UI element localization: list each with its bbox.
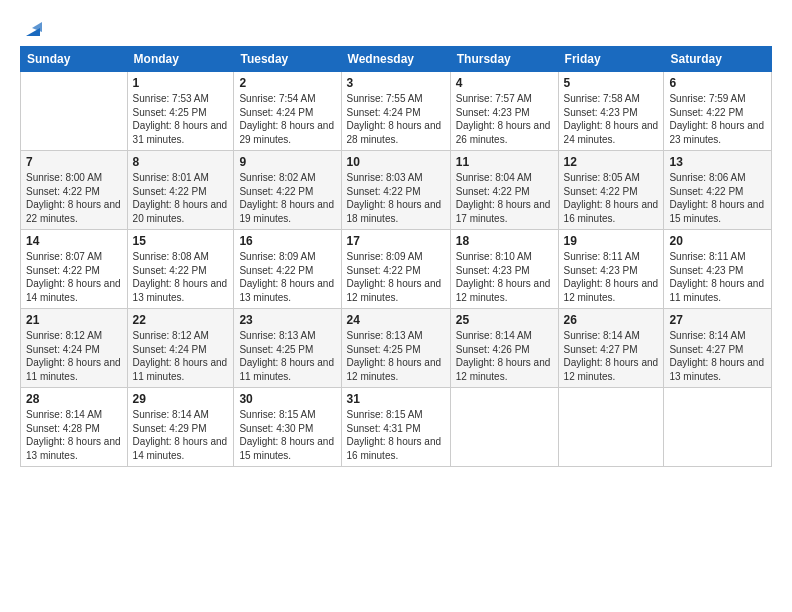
day-info: Sunrise: 8:14 AMSunset: 4:26 PMDaylight:…: [456, 330, 551, 382]
day-number: 29: [133, 392, 229, 406]
day-number: 30: [239, 392, 335, 406]
day-info: Sunrise: 8:09 AMSunset: 4:22 PMDaylight:…: [347, 251, 442, 303]
day-cell: 28Sunrise: 8:14 AMSunset: 4:28 PMDayligh…: [21, 388, 128, 467]
day-info: Sunrise: 8:12 AMSunset: 4:24 PMDaylight:…: [133, 330, 228, 382]
day-info: Sunrise: 8:11 AMSunset: 4:23 PMDaylight:…: [564, 251, 659, 303]
day-number: 31: [347, 392, 445, 406]
day-cell: 26Sunrise: 8:14 AMSunset: 4:27 PMDayligh…: [558, 309, 664, 388]
weekday-thursday: Thursday: [450, 47, 558, 72]
page-header: [20, 18, 772, 40]
day-cell: 15Sunrise: 8:08 AMSunset: 4:22 PMDayligh…: [127, 230, 234, 309]
day-number: 15: [133, 234, 229, 248]
logo-icon: [22, 18, 44, 40]
day-info: Sunrise: 8:06 AMSunset: 4:22 PMDaylight:…: [669, 172, 764, 224]
day-number: 22: [133, 313, 229, 327]
day-info: Sunrise: 7:57 AMSunset: 4:23 PMDaylight:…: [456, 93, 551, 145]
week-row-3: 14Sunrise: 8:07 AMSunset: 4:22 PMDayligh…: [21, 230, 772, 309]
day-cell: 18Sunrise: 8:10 AMSunset: 4:23 PMDayligh…: [450, 230, 558, 309]
day-info: Sunrise: 8:13 AMSunset: 4:25 PMDaylight:…: [239, 330, 334, 382]
day-cell: 4Sunrise: 7:57 AMSunset: 4:23 PMDaylight…: [450, 72, 558, 151]
day-cell: [558, 388, 664, 467]
day-number: 24: [347, 313, 445, 327]
day-number: 14: [26, 234, 122, 248]
day-cell: 3Sunrise: 7:55 AMSunset: 4:24 PMDaylight…: [341, 72, 450, 151]
day-cell: [450, 388, 558, 467]
day-cell: 21Sunrise: 8:12 AMSunset: 4:24 PMDayligh…: [21, 309, 128, 388]
day-cell: 5Sunrise: 7:58 AMSunset: 4:23 PMDaylight…: [558, 72, 664, 151]
day-info: Sunrise: 8:10 AMSunset: 4:23 PMDaylight:…: [456, 251, 551, 303]
day-number: 16: [239, 234, 335, 248]
day-cell: 22Sunrise: 8:12 AMSunset: 4:24 PMDayligh…: [127, 309, 234, 388]
day-cell: 24Sunrise: 8:13 AMSunset: 4:25 PMDayligh…: [341, 309, 450, 388]
week-row-4: 21Sunrise: 8:12 AMSunset: 4:24 PMDayligh…: [21, 309, 772, 388]
day-cell: 20Sunrise: 8:11 AMSunset: 4:23 PMDayligh…: [664, 230, 772, 309]
day-number: 26: [564, 313, 659, 327]
day-number: 19: [564, 234, 659, 248]
day-number: 23: [239, 313, 335, 327]
day-cell: 16Sunrise: 8:09 AMSunset: 4:22 PMDayligh…: [234, 230, 341, 309]
day-cell: 29Sunrise: 8:14 AMSunset: 4:29 PMDayligh…: [127, 388, 234, 467]
day-info: Sunrise: 8:04 AMSunset: 4:22 PMDaylight:…: [456, 172, 551, 224]
day-number: 20: [669, 234, 766, 248]
weekday-friday: Friday: [558, 47, 664, 72]
day-number: 5: [564, 76, 659, 90]
day-info: Sunrise: 7:55 AMSunset: 4:24 PMDaylight:…: [347, 93, 442, 145]
day-number: 18: [456, 234, 553, 248]
weekday-wednesday: Wednesday: [341, 47, 450, 72]
day-cell: 1Sunrise: 7:53 AMSunset: 4:25 PMDaylight…: [127, 72, 234, 151]
day-number: 25: [456, 313, 553, 327]
day-number: 3: [347, 76, 445, 90]
day-info: Sunrise: 8:11 AMSunset: 4:23 PMDaylight:…: [669, 251, 764, 303]
week-row-1: 1Sunrise: 7:53 AMSunset: 4:25 PMDaylight…: [21, 72, 772, 151]
day-info: Sunrise: 8:01 AMSunset: 4:22 PMDaylight:…: [133, 172, 228, 224]
day-cell: 11Sunrise: 8:04 AMSunset: 4:22 PMDayligh…: [450, 151, 558, 230]
day-number: 9: [239, 155, 335, 169]
day-info: Sunrise: 8:00 AMSunset: 4:22 PMDaylight:…: [26, 172, 121, 224]
day-info: Sunrise: 8:12 AMSunset: 4:24 PMDaylight:…: [26, 330, 121, 382]
day-info: Sunrise: 8:14 AMSunset: 4:27 PMDaylight:…: [564, 330, 659, 382]
weekday-tuesday: Tuesday: [234, 47, 341, 72]
day-number: 17: [347, 234, 445, 248]
day-cell: 7Sunrise: 8:00 AMSunset: 4:22 PMDaylight…: [21, 151, 128, 230]
week-row-5: 28Sunrise: 8:14 AMSunset: 4:28 PMDayligh…: [21, 388, 772, 467]
day-info: Sunrise: 8:14 AMSunset: 4:29 PMDaylight:…: [133, 409, 228, 461]
day-cell: 6Sunrise: 7:59 AMSunset: 4:22 PMDaylight…: [664, 72, 772, 151]
day-number: 11: [456, 155, 553, 169]
day-info: Sunrise: 8:14 AMSunset: 4:27 PMDaylight:…: [669, 330, 764, 382]
day-cell: 30Sunrise: 8:15 AMSunset: 4:30 PMDayligh…: [234, 388, 341, 467]
day-number: 8: [133, 155, 229, 169]
calendar-table: SundayMondayTuesdayWednesdayThursdayFrid…: [20, 46, 772, 467]
weekday-header-row: SundayMondayTuesdayWednesdayThursdayFrid…: [21, 47, 772, 72]
day-info: Sunrise: 8:05 AMSunset: 4:22 PMDaylight:…: [564, 172, 659, 224]
day-cell: 19Sunrise: 8:11 AMSunset: 4:23 PMDayligh…: [558, 230, 664, 309]
day-number: 10: [347, 155, 445, 169]
day-info: Sunrise: 8:07 AMSunset: 4:22 PMDaylight:…: [26, 251, 121, 303]
day-number: 2: [239, 76, 335, 90]
day-number: 6: [669, 76, 766, 90]
day-info: Sunrise: 8:03 AMSunset: 4:22 PMDaylight:…: [347, 172, 442, 224]
day-info: Sunrise: 8:02 AMSunset: 4:22 PMDaylight:…: [239, 172, 334, 224]
day-number: 13: [669, 155, 766, 169]
day-cell: 13Sunrise: 8:06 AMSunset: 4:22 PMDayligh…: [664, 151, 772, 230]
day-cell: 27Sunrise: 8:14 AMSunset: 4:27 PMDayligh…: [664, 309, 772, 388]
day-info: Sunrise: 7:54 AMSunset: 4:24 PMDaylight:…: [239, 93, 334, 145]
week-row-2: 7Sunrise: 8:00 AMSunset: 4:22 PMDaylight…: [21, 151, 772, 230]
logo: [20, 18, 44, 40]
day-cell: 10Sunrise: 8:03 AMSunset: 4:22 PMDayligh…: [341, 151, 450, 230]
day-number: 28: [26, 392, 122, 406]
weekday-monday: Monday: [127, 47, 234, 72]
day-cell: 17Sunrise: 8:09 AMSunset: 4:22 PMDayligh…: [341, 230, 450, 309]
day-number: 1: [133, 76, 229, 90]
day-cell: 9Sunrise: 8:02 AMSunset: 4:22 PMDaylight…: [234, 151, 341, 230]
day-cell: 23Sunrise: 8:13 AMSunset: 4:25 PMDayligh…: [234, 309, 341, 388]
day-info: Sunrise: 8:13 AMSunset: 4:25 PMDaylight:…: [347, 330, 442, 382]
day-cell: 25Sunrise: 8:14 AMSunset: 4:26 PMDayligh…: [450, 309, 558, 388]
day-cell: 14Sunrise: 8:07 AMSunset: 4:22 PMDayligh…: [21, 230, 128, 309]
day-cell: 31Sunrise: 8:15 AMSunset: 4:31 PMDayligh…: [341, 388, 450, 467]
day-info: Sunrise: 8:15 AMSunset: 4:31 PMDaylight:…: [347, 409, 442, 461]
day-cell: 8Sunrise: 8:01 AMSunset: 4:22 PMDaylight…: [127, 151, 234, 230]
day-info: Sunrise: 8:14 AMSunset: 4:28 PMDaylight:…: [26, 409, 121, 461]
day-cell: [664, 388, 772, 467]
weekday-sunday: Sunday: [21, 47, 128, 72]
day-info: Sunrise: 7:59 AMSunset: 4:22 PMDaylight:…: [669, 93, 764, 145]
